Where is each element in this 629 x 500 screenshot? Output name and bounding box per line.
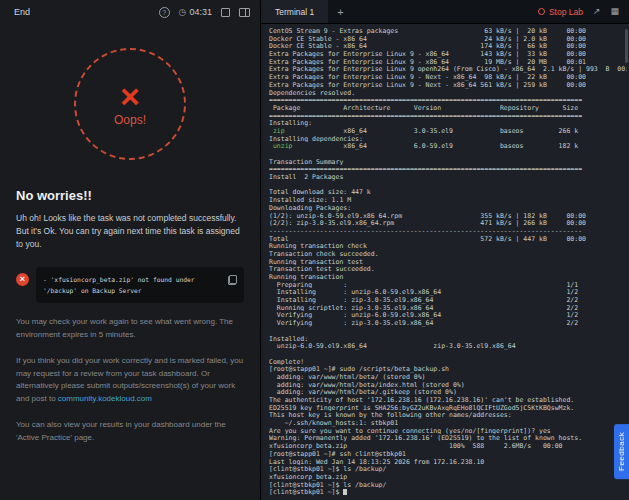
left-topbar: End ? ◷ 04:31 <box>0 0 260 24</box>
dashboard-text: You can also view your results in your d… <box>16 419 244 445</box>
app-window: End ? ◷ 04:31 × Oops! No worries!! Uh oh… <box>0 0 629 500</box>
results-panel: End ? ◷ 04:31 × Oops! No worries!! Uh oh… <box>0 0 261 500</box>
check-again-text: You may check your work again to see wha… <box>16 316 244 342</box>
terminal-screen[interactable]: CentOS Stream 9 - Extras packages 63 kB/… <box>261 24 629 500</box>
copy-icon[interactable] <box>228 275 237 285</box>
terminal-output[interactable]: CentOS Stream 9 - Extras packages 63 kB/… <box>269 27 627 496</box>
stop-lab-label: Stop Lab <box>549 7 583 17</box>
result-intro-text: Uh oh! Looks like the task was not compl… <box>16 212 244 252</box>
grid-icon[interactable]: ▦ <box>610 7 619 16</box>
new-terminal-button[interactable]: + <box>328 0 352 23</box>
failure-x-icon: × <box>120 81 140 111</box>
clock-icon: ◷ <box>179 7 187 17</box>
terminal-panel: Terminal 1 + Stop Lab ↗ ▦ CentOS Stream … <box>261 0 629 500</box>
review-text: If you think you did your work correctly… <box>16 355 244 406</box>
end-button[interactable]: End <box>10 5 34 19</box>
terminal-cursor <box>343 489 347 496</box>
oops-badge: × Oops! <box>74 48 186 160</box>
community-link[interactable]: community.kodekloud.com <box>58 394 152 403</box>
terminal-scrollbar[interactable] <box>625 29 628 63</box>
error-message: - 'xfusioncorp_beta.zip' not found under… <box>43 274 222 297</box>
results-content: × Oops! No worries!! Uh oh! Looks like t… <box>0 24 260 500</box>
stop-lab-button[interactable]: Stop Lab <box>538 7 583 17</box>
terminal-header: Terminal 1 + Stop Lab ↗ ▦ <box>261 0 629 24</box>
error-message-box: - 'xfusioncorp_beta.zip' not found under… <box>36 267 244 304</box>
fullscreen-icon[interactable] <box>221 8 230 17</box>
result-heading: No worries!! <box>16 188 244 203</box>
session-timer: ◷ 04:31 <box>179 7 212 17</box>
terminal-tab[interactable]: Terminal 1 <box>261 0 328 23</box>
help-icon[interactable]: ? <box>159 7 170 18</box>
feedback-tab[interactable]: Feedback <box>614 424 629 479</box>
error-row: × - 'xfusioncorp_beta.zip' not found und… <box>16 267 244 304</box>
oops-label: Oops! <box>114 113 146 127</box>
error-x-icon: × <box>16 273 29 286</box>
topbar-controls: ? ◷ 04:31 <box>159 7 250 18</box>
timer-value: 04:31 <box>189 7 212 17</box>
terminal-actions: Stop Lab ↗ ▦ <box>538 0 629 23</box>
open-external-icon[interactable]: ↗ <box>593 7 601 16</box>
layout-icon[interactable] <box>239 8 250 17</box>
stop-icon <box>538 8 545 15</box>
